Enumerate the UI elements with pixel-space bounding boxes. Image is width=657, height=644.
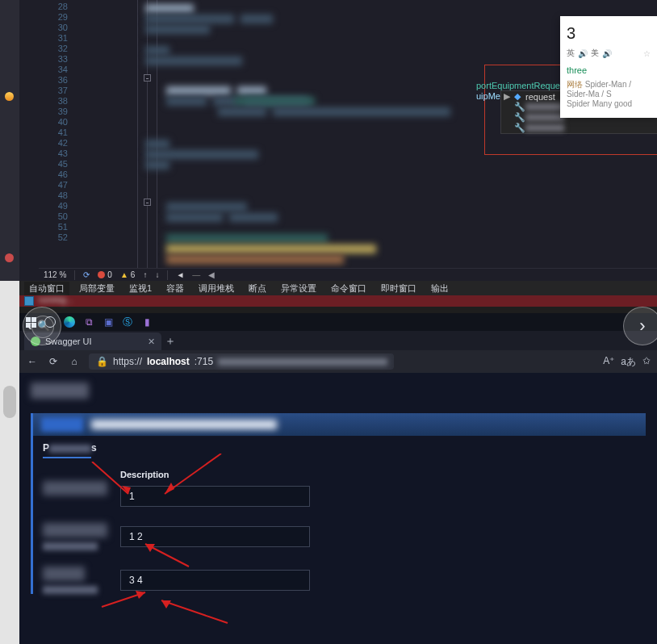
param-name: [43, 481, 107, 496]
parameters-underline: [43, 457, 91, 458]
nav-back-icon[interactable]: ←: [26, 356, 39, 367]
star-icon[interactable]: ☆: [643, 49, 651, 58]
taskbar-skype-icon[interactable]: Ⓢ: [121, 316, 134, 328]
param-input[interactable]: [120, 570, 310, 591]
parameters-label: Ps: [43, 442, 636, 454]
toolwindow-tab[interactable]: 断点: [244, 282, 271, 295]
svg-marker-9: [161, 600, 171, 608]
nav-home-icon[interactable]: ⌂: [68, 356, 81, 367]
url-scheme: https://: [113, 356, 142, 367]
speaker-icon[interactable]: 🔊: [602, 49, 612, 58]
param-type: [43, 586, 98, 594]
line-number-gutter: 28 29 30 31 32 33 34 36 37 38 39 40 41 4…: [39, 0, 73, 268]
description-header: Description: [120, 470, 636, 479]
close-tab-icon[interactable]: ✕: [148, 337, 155, 347]
page-left-lozenge: [3, 386, 16, 418]
toolwindow-tab[interactable]: 容器: [161, 282, 189, 295]
nav-prev-icon[interactable]: [143, 270, 147, 279]
toolwindow-tab[interactable]: 异常设置: [276, 282, 321, 295]
taskbar-edge-icon[interactable]: [63, 316, 76, 328]
data-tip-field-name: [525, 114, 564, 121]
param-name: [43, 567, 85, 581]
swagger-operation-header[interactable]: [33, 413, 646, 436]
vs-toolwindow-tabs[interactable]: 自动窗口 局部变量 监视1 容器 调用堆栈 断点 异常设置 命令窗口 即时窗口 …: [19, 281, 657, 295]
carousel-prev-button[interactable]: 🔍 ‹: [23, 307, 61, 345]
data-tip-row[interactable]: 🔧 🔍查看▾ "3 4": [501, 123, 657, 133]
caret-left-icon[interactable]: ◀: [208, 270, 215, 279]
breakpoint-marker[interactable]: [5, 92, 14, 101]
url-host: localhost: [147, 356, 190, 367]
param-input[interactable]: [120, 486, 310, 507]
nav-next-icon[interactable]: [155, 270, 159, 279]
debug-status-icon: [24, 296, 34, 306]
param-type: [43, 542, 98, 550]
wrench-icon[interactable]: 🔧: [514, 102, 522, 112]
wrench-icon[interactable]: 🔧: [514, 123, 522, 133]
swagger-operation[interactable]: Ps Description: [31, 413, 646, 594]
toolwindow-tab[interactable]: 自动窗口: [24, 282, 69, 295]
browser-toolbar: ← ⟳ ⌂ 🔒 https://localhost:715 A⁺ aあ ✩: [19, 350, 657, 373]
param-input[interactable]: [120, 526, 310, 547]
build-back-icon[interactable]: ◄: [176, 270, 184, 279]
windows-taskbar[interactable]: ⧉ ▣ Ⓢ ▮: [19, 313, 657, 331]
svg-line-6: [102, 592, 145, 607]
taskbar-teams-icon[interactable]: ▣: [102, 316, 115, 328]
svg-line-8: [161, 600, 228, 623]
new-tab-button[interactable]: ＋: [161, 332, 179, 350]
taskbar-visual-studio-icon[interactable]: ⧉: [82, 316, 95, 328]
toolwindow-tab[interactable]: 调用堆栈: [194, 282, 239, 295]
swagger-service-title: [31, 383, 89, 399]
expand-icon[interactable]: ▶: [503, 91, 511, 102]
edge-browser-window: Swagger UI ✕ ＋ ← ⟳ ⌂ 🔒 https://localhost…: [19, 331, 657, 644]
error-count[interactable]: 0: [98, 270, 112, 279]
fold-toggle-icon[interactable]: [144, 74, 151, 82]
vs-breakpoint-margin[interactable]: [0, 0, 19, 281]
favorite-icon[interactable]: ✩: [642, 355, 651, 369]
build-stop-icon[interactable]: —: [192, 270, 200, 279]
magnifier-icon: 🔍: [37, 320, 50, 332]
http-method-badge: [41, 417, 83, 432]
param-name: [43, 523, 107, 537]
data-tip-field-name: [525, 124, 564, 132]
taskbar-vscode-icon[interactable]: ▮: [140, 316, 153, 328]
data-tip-variable-name: request: [525, 92, 559, 102]
nav-refresh-icon[interactable]: ⟳: [47, 356, 60, 367]
dict-us-label: 美: [591, 48, 599, 59]
toolwindow-tab[interactable]: 局部变量: [74, 282, 119, 295]
read-aloud-icon[interactable]: A⁺: [603, 355, 614, 369]
toolwindow-tab[interactable]: 命令窗口: [326, 282, 371, 295]
toolwindow-tab[interactable]: 监视1: [124, 282, 157, 295]
toolwindow-tab[interactable]: 输出: [426, 282, 454, 295]
wrench-icon[interactable]: 🔧: [514, 112, 522, 123]
url-remainder: [218, 358, 387, 366]
route-path: [91, 420, 277, 429]
dict-word: three: [567, 65, 651, 75]
toolwindow-tab[interactable]: 即时窗口: [376, 282, 421, 295]
lock-icon[interactable]: 🔒: [95, 356, 108, 367]
data-tip-field-name: [525, 103, 564, 111]
warning-count[interactable]: ▲6: [120, 270, 135, 279]
dict-definition: Spider Many good: [567, 99, 632, 108]
fold-toggle-icon[interactable]: [144, 199, 151, 206]
diagnostics-icon[interactable]: ⟳: [83, 270, 90, 279]
dictionary-popup[interactable]: 3 英 🔊 美 🔊 ☆ three 网络 Spider-Man / Sider-…: [560, 16, 657, 118]
dict-source-label: 网络: [567, 80, 583, 89]
dict-uk-label: 英: [567, 48, 575, 59]
breakpoint-marker[interactable]: [5, 253, 14, 262]
annotation-arrow: [155, 597, 236, 633]
swagger-page[interactable]: Ps Description: [19, 373, 657, 644]
speaker-icon[interactable]: 🔊: [578, 49, 588, 58]
dict-headword: 3: [567, 24, 651, 43]
carousel-next-button[interactable]: ›: [623, 307, 657, 345]
browser-tab-strip[interactable]: Swagger UI ✕ ＋: [19, 331, 657, 350]
variable-icon: ◆: [514, 91, 522, 102]
address-bar[interactable]: 🔒 https://localhost:715: [89, 353, 394, 370]
zoom-level[interactable]: 112 %: [44, 270, 66, 279]
vs-debug-status-bar: running…: [19, 295, 657, 307]
vs-editor-status-bar: 112 % ⟳ 0 ▲6 ◄ — ◀: [39, 268, 657, 281]
url-port: :715: [195, 356, 213, 367]
translate-icon[interactable]: aあ: [621, 355, 636, 369]
